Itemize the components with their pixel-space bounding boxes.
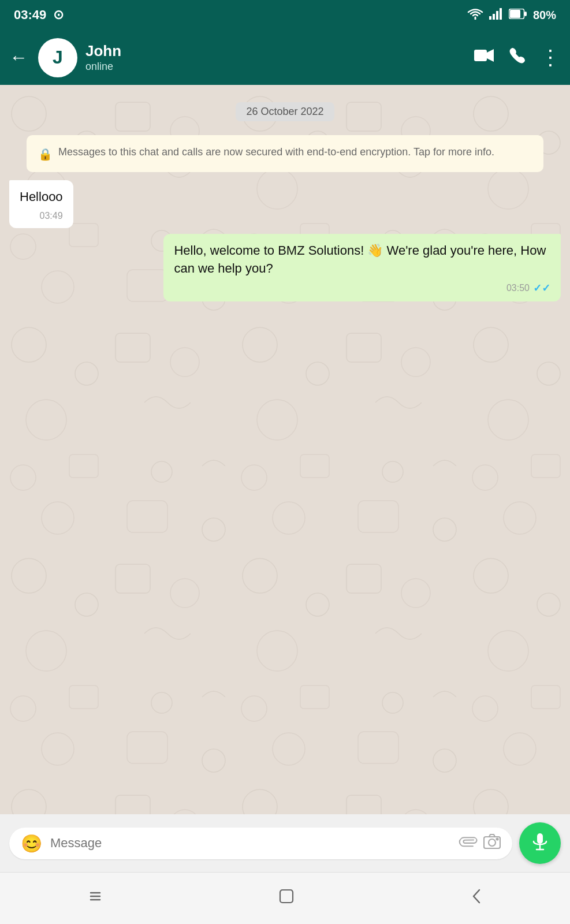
message-row-outgoing-1: Hello, welcome to BMZ Solutions! 👋 We're… (9, 234, 561, 301)
video-call-icon[interactable] (474, 48, 495, 67)
svg-rect-1 (493, 14, 495, 20)
lock-icon: 🔒 (38, 146, 53, 163)
attach-icon[interactable] (454, 830, 480, 856)
message-input[interactable] (50, 836, 451, 851)
bubble-time-2: 03:50 (506, 282, 530, 295)
bubble-footer-2: 03:50 ✓✓ (174, 281, 550, 296)
svg-rect-5 (510, 10, 520, 18)
status-bar: 03:49 ⊙ 80% (0, 0, 570, 30)
status-bar-left: 03:49 ⊙ (14, 8, 64, 23)
svg-rect-7 (474, 50, 487, 61)
date-divider: 26 October 2022 (9, 102, 561, 121)
emoji-icon[interactable]: 😊 (21, 833, 42, 854)
camera-icon[interactable] (483, 834, 501, 853)
contact-info[interactable]: John online (85, 42, 466, 72)
message-row-incoming-1: Hellooo 03:49 (9, 180, 561, 228)
bubble-outgoing-1: Hello, welcome to BMZ Solutions! 👋 We're… (163, 234, 561, 301)
svg-rect-17 (280, 890, 293, 903)
battery-percent: 80% (533, 9, 556, 22)
contact-avatar[interactable]: J (38, 38, 77, 77)
back-nav-icon[interactable] (470, 888, 483, 909)
bubble-incoming-1: Hellooo 03:49 (9, 180, 73, 228)
home-icon[interactable] (278, 888, 295, 909)
double-check-icon: ✓✓ (533, 281, 550, 296)
bubble-footer-1: 03:49 (20, 210, 63, 222)
svg-point-9 (489, 839, 496, 846)
contact-name: John (85, 42, 466, 60)
phone-call-icon[interactable] (509, 47, 526, 68)
contact-status: online (85, 61, 466, 73)
input-container: 😊 (9, 828, 512, 859)
bubble-time-1: 03:49 (40, 210, 63, 222)
mic-button[interactable] (519, 822, 561, 864)
svg-rect-11 (537, 833, 543, 844)
chat-header: ← J John online ⋮ (0, 30, 570, 85)
svg-rect-3 (500, 8, 502, 20)
encryption-text: Messages to this chat and calls are now … (58, 144, 494, 160)
avatar-letter: J (53, 47, 63, 68)
svg-point-10 (497, 838, 498, 840)
bubble-text-1: Hellooo (20, 188, 63, 206)
chat-body: 26 October 2022 🔒 Messages to this chat … (0, 85, 570, 814)
svg-rect-6 (524, 12, 527, 16)
date-chip: 26 October 2022 (236, 102, 334, 121)
back-button[interactable]: ← (9, 47, 28, 68)
mic-icon (531, 832, 549, 855)
wifi-icon (467, 8, 483, 23)
header-icons: ⋮ (474, 46, 561, 70)
recent-apps-icon[interactable] (87, 888, 103, 908)
status-bar-right: 80% (467, 8, 556, 23)
status-time: 03:49 (14, 8, 46, 23)
svg-rect-2 (496, 11, 498, 20)
signal-icon (489, 8, 503, 23)
bubble-text-2: Hello, welcome to BMZ Solutions! 👋 We're… (174, 242, 550, 278)
encryption-notice[interactable]: 🔒 Messages to this chat and calls are no… (27, 135, 543, 172)
svg-rect-0 (489, 16, 491, 20)
more-options-icon[interactable]: ⋮ (540, 46, 561, 70)
whatsapp-status-icon: ⊙ (53, 8, 64, 23)
nav-bar (0, 872, 570, 924)
battery-icon (509, 9, 527, 22)
input-bar: 😊 (0, 814, 570, 872)
